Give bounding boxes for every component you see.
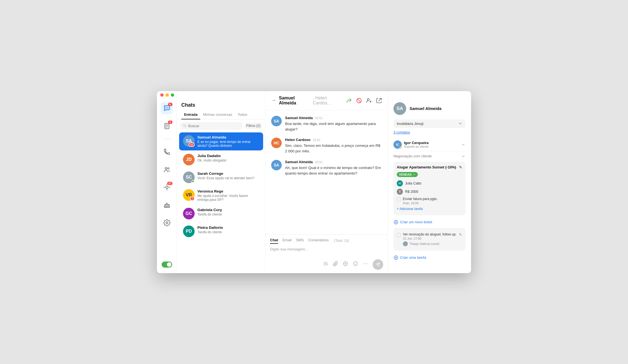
conv-name-julia: Julia Dadalto [197, 154, 259, 158]
msg-text-2: Sim, claro. Temos em Indaiatuba, o preço… [285, 143, 382, 154]
create-ticket-label: Criar um novo ticket [400, 220, 432, 224]
conv-name-samuel: Samuel Almeida [197, 135, 259, 139]
compose-input[interactable]: Digite sua mensagem... [270, 246, 383, 257]
conv-preview-pietra: Tarefa do cliente [197, 230, 259, 234]
create-task-button[interactable]: Criar uma tarefa [393, 253, 466, 262]
sidebar-item-automation[interactable]: 27 [161, 181, 173, 193]
deal-person-name: Julia Catto [405, 181, 421, 185]
conversation-item-veronica[interactable]: VR 2 Veronica Rege Me ajuda a escolher. … [179, 186, 263, 204]
settings-icon [163, 219, 171, 226]
deal-person-row: JC Julia Catto [397, 179, 462, 188]
tab-entrada[interactable]: Entrada [181, 110, 200, 119]
sidebar-item-settings[interactable] [161, 217, 173, 229]
msg-sender-3: Samuel Almeida [285, 160, 313, 164]
another-task-edit-button[interactable]: ✎ [459, 232, 462, 237]
compose-tab-email[interactable]: Email [283, 238, 292, 244]
msg-content-1: Samuel Almeida 15:51 Boa tarde, me diga,… [285, 116, 382, 132]
app-window: 6 5 [157, 91, 471, 273]
panel-tabs: Entrada Minhas conversas Todos [177, 110, 265, 119]
search-input[interactable] [188, 124, 240, 128]
negotiation-header: Negociação com cliente [393, 151, 466, 160]
contacts-icon [163, 166, 171, 173]
status-toggle[interactable] [162, 262, 172, 268]
agent-info: Igor Cerqueira Suporte ao cliente [404, 141, 429, 148]
conv-info-veronica: Veronica Rege Me ajuda a escolher. Vocês… [197, 189, 259, 202]
emoji-button[interactable] [353, 261, 358, 268]
conv-name-sarah: Sarah Correge [197, 171, 259, 176]
conversation-item-gabriela[interactable]: GC Gabriela Cury Tarefa do cliente [179, 205, 263, 222]
svg-point-5 [165, 167, 167, 169]
compose-toolbar [270, 259, 383, 270]
compose-tab-chat[interactable]: Chat [270, 238, 278, 244]
deal-edit-button[interactable]: ✎ [459, 165, 462, 170]
svg-point-20 [365, 263, 366, 264]
text-format-button[interactable] [323, 261, 328, 268]
minimize-dot[interactable] [166, 93, 169, 97]
search-box[interactable] [180, 122, 242, 130]
conv-info-pietra: Pietra Dallorto Tarefa do cliente [197, 225, 259, 234]
attach-icon [333, 261, 338, 266]
msg-avatar-helen: HC [271, 138, 282, 148]
contacts-link[interactable]: 3 contatos [393, 130, 466, 134]
company-dropdown[interactable]: Imobiliária Jimoji [393, 119, 466, 128]
send-button[interactable] [373, 259, 383, 270]
svg-point-3 [167, 107, 168, 108]
avatar-gabriela: GC [183, 208, 195, 219]
msg-header-3: Samuel Almeida 15:52 [285, 160, 382, 164]
filter-button[interactable]: Filtros (2) [245, 123, 262, 129]
negotiation-label: Negociação com cliente [393, 154, 432, 158]
create-task-label: Criar uma tarefa [400, 255, 426, 260]
attach-button[interactable] [333, 261, 338, 268]
another-task-checkbox[interactable] [397, 233, 401, 237]
conversation-item-samuel[interactable]: SA 12 Samuel Almeida E se eu pagar, tere… [179, 132, 263, 150]
more-button[interactable] [363, 261, 368, 268]
compose-tab-sms[interactable]: SMS [296, 238, 304, 244]
avatar-wrap-samuel: SA 12 [183, 135, 195, 147]
sidebar-item-crown[interactable] [161, 199, 173, 211]
conversation-item-sarah[interactable]: SC Sarah Correge Você: Essa opção vai te… [179, 169, 263, 186]
sidebar-item-tasks[interactable]: 5 [161, 120, 173, 132]
conversation-item-julia[interactable]: JD Julia Dadalto Ok, muito obrigada! [179, 151, 263, 168]
automation-badge: 27 [167, 182, 172, 185]
close-dot[interactable] [160, 93, 164, 97]
message-group-1: SA Samuel Almeida 15:51 Boa tarde, me di… [271, 116, 382, 132]
search-row: Filtros (2) [177, 122, 265, 132]
avatar-wrap-sarah: SC [183, 171, 195, 183]
conv-info-samuel: Samuel Almeida E se eu pagar, terei temp… [197, 135, 259, 148]
maximize-dot[interactable] [171, 93, 174, 97]
text-format-icon [323, 261, 328, 266]
conv-preview-julia: Ok, muito obrigada! [197, 158, 259, 162]
sidebar-item-phone[interactable] [161, 146, 173, 158]
create-ticket-button[interactable]: Criar um novo ticket [393, 217, 466, 227]
compose-tab-comentarios[interactable]: Comentários [308, 238, 329, 244]
panel-title: Chats [177, 99, 265, 110]
msg-sender-1: Samuel Almeida [285, 116, 313, 120]
tab-minhas-conversas[interactable]: Minhas conversas [200, 110, 235, 119]
message-group-2: HC Helen Cardoso 15:52 Sim, claro. Temos… [271, 138, 382, 154]
online-indicator-sarah [192, 180, 194, 183]
conversation-item-pietra[interactable]: PD Pietra Dallorto Tarefa do cliente [179, 223, 263, 240]
sidebar-item-chat[interactable]: 6 [161, 102, 173, 114]
another-task-agent-name: Thiago Daltrosi (você) [410, 242, 439, 245]
tab-todos[interactable]: Todos [235, 110, 250, 119]
agent-avatar: IC [393, 140, 402, 149]
sidebar-item-contacts[interactable] [161, 163, 173, 176]
conv-preview-veronica: Me ajuda a escolher. Vocês fazem entrega… [197, 194, 259, 202]
agent-online-dot [400, 147, 402, 149]
msg-header-2: Helen Cardoso 15:52 [285, 138, 382, 142]
conv-info-gabriela: Gabriela Cury Tarefa do cliente [197, 208, 259, 216]
sidebar-divider [163, 139, 171, 139]
deal-person-avatar: JC [397, 180, 403, 186]
location-button[interactable] [343, 261, 348, 268]
add-task-button[interactable]: + Adicionar tarefa [397, 206, 462, 212]
another-task-agent: Thiago Daltrosi (você) [403, 241, 457, 246]
another-task-info: Ver renovação do aluguel, follow up. 22 … [403, 232, 457, 246]
task-checkbox[interactable] [397, 198, 401, 201]
svg-point-1 [166, 107, 166, 108]
another-task-label: Ver renovação do aluguel, follow up. [403, 232, 456, 236]
agent-name: Igor Cerqueira [404, 141, 429, 145]
avatar-pietra: PD [183, 225, 195, 237]
svg-point-16 [354, 262, 358, 266]
svg-line-11 [357, 99, 361, 102]
msg-content-2: Helen Cardoso 15:52 Sim, claro. Temos em… [285, 138, 382, 154]
